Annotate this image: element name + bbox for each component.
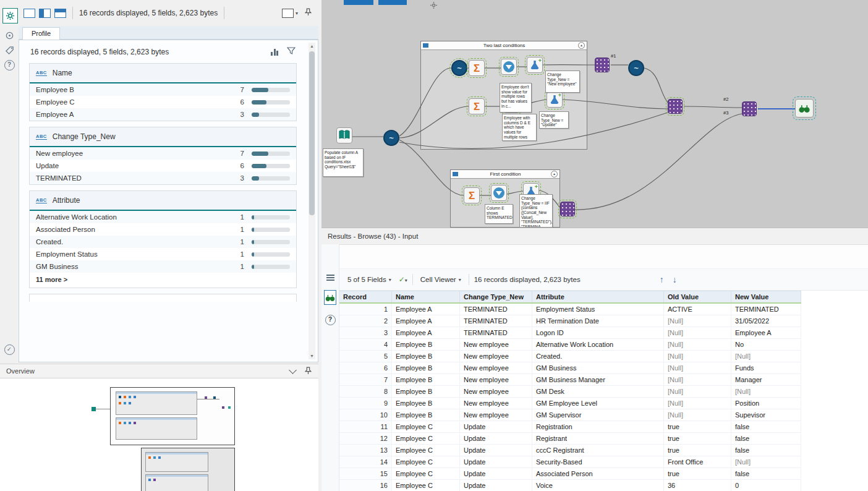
data-cell[interactable]: No [731, 339, 801, 351]
data-cell[interactable]: New employee [460, 409, 532, 421]
input-data-tool[interactable] [336, 127, 352, 143]
table-row[interactable]: 10Employee BNew employeeGM Supervisor[Nu… [339, 409, 801, 421]
fields-dropdown[interactable]: 5 of 5 Fields ▾ [345, 274, 394, 285]
field-value-row[interactable]: GM Business1 [30, 260, 296, 273]
field-card-header[interactable]: ABCName [30, 64, 296, 83]
data-cell[interactable]: Created. [532, 351, 664, 362]
settings-gear-button[interactable] [2, 8, 18, 23]
data-cell[interactable]: HR Termination Date [532, 315, 664, 327]
data-cell[interactable]: GM Business [532, 362, 664, 374]
data-cell[interactable]: TERMINATED [460, 303, 532, 315]
table-row[interactable]: 7Employee BNew employeeGM Business Manag… [339, 374, 801, 386]
unique-tool-3[interactable] [491, 185, 507, 201]
table-row[interactable]: 6Employee BNew employeeGM Business[Null]… [339, 362, 801, 374]
data-cell[interactable]: [Null] [664, 327, 731, 339]
record-number-cell[interactable]: 2 [339, 315, 392, 327]
data-cell[interactable]: Funds [731, 362, 801, 374]
scroll-down-button[interactable]: ↓ [673, 275, 677, 284]
profile-scrollbar[interactable]: ▲ ▼ [308, 43, 315, 359]
data-cell[interactable]: [Null] [664, 386, 731, 398]
record-number-cell[interactable]: 4 [339, 339, 392, 351]
field-value-row[interactable]: Associated Person1 [30, 223, 296, 236]
record-number-cell[interactable]: 7 [339, 374, 392, 386]
table-row[interactable]: 1Employee ATERMINATEDEmployment StatusAC… [339, 303, 801, 315]
data-cell[interactable]: GM Business Manager [532, 374, 664, 386]
record-number-cell[interactable]: 8 [339, 386, 392, 398]
record-number-cell[interactable]: 1 [339, 303, 392, 315]
data-cell[interactable]: Employee C [392, 433, 460, 445]
data-cell[interactable]: Employee B [392, 362, 460, 374]
data-cell[interactable]: New employee [460, 398, 532, 409]
data-cell[interactable]: Employee B [392, 398, 460, 409]
record-number-cell[interactable]: 13 [339, 445, 392, 456]
table-row[interactable]: 3Employee ATERMINATEDLogon ID[Null]Emplo… [339, 327, 801, 339]
browse-view-button[interactable] [324, 291, 336, 304]
table-row[interactable]: 14Employee CUpdateSecurity-BasedFront Of… [339, 456, 801, 468]
help-icon[interactable]: ? [4, 59, 15, 70]
pin-button[interactable] [304, 7, 312, 19]
field-card-header[interactable]: ABCAttribute [30, 191, 296, 211]
data-cell[interactable]: Employee C [392, 445, 460, 456]
data-cell[interactable]: false [731, 421, 801, 433]
data-cell[interactable]: GM Supervisor [532, 409, 664, 421]
data-cell[interactable]: Alternative Work Location [532, 339, 664, 351]
layout-horizontal-split-icon[interactable] [54, 9, 66, 18]
chevron-down-icon[interactable] [289, 366, 297, 374]
join-tool-3[interactable] [560, 202, 575, 216]
data-cell[interactable]: GM Employee Level [532, 398, 664, 409]
data-cell[interactable]: Update [460, 480, 532, 491]
target-icon[interactable] [4, 30, 15, 41]
collapse-button[interactable]: ▴ [551, 171, 558, 177]
data-cell[interactable]: Associated Person [532, 468, 664, 480]
tool-annotation[interactable]: Change Type_New = "New employee" [545, 70, 580, 93]
data-cell[interactable]: GM Desk [532, 386, 664, 398]
record-number-cell[interactable]: 15 [339, 468, 392, 480]
results-config-icon[interactable] [324, 271, 336, 284]
scroll-up-button[interactable]: ↑ [660, 275, 664, 284]
more-values-link[interactable]: 11 more > [30, 273, 296, 288]
record-number-cell[interactable]: 11 [339, 421, 392, 433]
container-header[interactable]: Two last conditions ▴ [421, 41, 587, 50]
data-cell[interactable]: New employee [460, 374, 532, 386]
data-cell[interactable]: Employee B [392, 386, 460, 398]
data-cell[interactable]: New employee [460, 339, 532, 351]
filter-funnel-icon[interactable] [287, 46, 296, 57]
table-row[interactable]: 11Employee CUpdateRegistrationtruefalse [339, 421, 801, 433]
data-cell[interactable]: [Null] [664, 398, 731, 409]
data-cell[interactable]: [Null] [664, 409, 731, 421]
data-cell[interactable]: Employee C [392, 456, 460, 468]
column-header[interactable]: New Value [731, 291, 801, 304]
data-cell[interactable]: Registration [532, 421, 664, 433]
column-header[interactable]: Name [392, 291, 460, 304]
data-cell[interactable]: Security-Based [532, 456, 664, 468]
tool-annotation[interactable]: Employee don't show value for multiple r… [500, 83, 532, 113]
table-row[interactable]: 2Employee ATERMINATEDHR Termination Date… [339, 315, 801, 327]
layout-single-icon[interactable] [23, 9, 35, 18]
formula-flask-2[interactable]: + [547, 92, 563, 108]
overview-minimap[interactable] [0, 378, 318, 491]
layout-vertical-split-icon[interactable] [39, 9, 51, 18]
data-cell[interactable]: Employee C [392, 480, 460, 491]
formula-tool-3[interactable]: ~ [628, 60, 644, 76]
data-cell[interactable]: Employee A [392, 303, 460, 315]
data-cell[interactable]: [Null] [731, 386, 801, 398]
check-status-icon[interactable]: ✓ [4, 344, 15, 355]
data-cell[interactable]: 0 [731, 480, 801, 491]
field-value-row[interactable]: Alternative Work Location1 [30, 211, 296, 223]
data-cell[interactable]: Employee B [392, 374, 460, 386]
record-number-cell[interactable]: 14 [339, 456, 392, 468]
data-cell[interactable]: [Null] [664, 315, 731, 327]
column-header[interactable]: Old Value [664, 291, 731, 304]
field-card-header[interactable]: ABCChange Type_New [30, 127, 296, 147]
data-cell[interactable]: [Null] [731, 351, 801, 362]
tool-annotation[interactable]: Employee with columns D & E which have v… [502, 114, 537, 141]
data-cell[interactable]: Employee B [392, 351, 460, 362]
data-cell[interactable]: 36 [664, 480, 731, 491]
data-cell[interactable]: Employee A [392, 315, 460, 327]
field-value-row[interactable]: Update6 [30, 160, 296, 172]
tool-annotation[interactable]: Column E shows TERMINATED [485, 204, 513, 224]
union-tool[interactable] [668, 99, 683, 114]
record-number-cell[interactable]: 3 [339, 327, 392, 339]
data-cell[interactable]: cccC Registrant [532, 445, 664, 456]
tab-profile[interactable]: Profile [22, 27, 60, 40]
